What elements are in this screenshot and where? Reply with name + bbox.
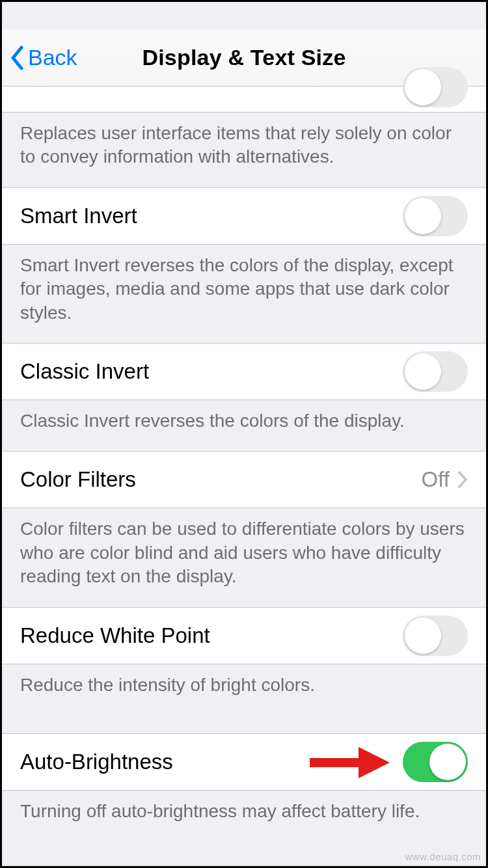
chevron-left-icon <box>10 46 24 70</box>
chevron-right-icon <box>457 470 468 489</box>
toggle-knob <box>405 353 441 390</box>
reduce-white-point-footer: Reduce the intensity of bright colors. <box>2 664 486 710</box>
page-title: Display & Text Size <box>142 45 346 70</box>
classic-invert-footer: Classic Invert reverses the colors of th… <box>2 400 486 451</box>
watermark: www.deuaq.com <box>405 851 481 862</box>
reduce-white-point-cell[interactable]: Reduce White Point <box>2 607 486 664</box>
differentiate-without-color-cell[interactable] <box>2 87 486 113</box>
auto-brightness-footer: Turning off auto-brightness may affect b… <box>2 791 486 841</box>
smart-invert-label: Smart Invert <box>20 204 403 228</box>
smart-invert-toggle[interactable] <box>403 196 468 236</box>
color-filters-value: Off <box>422 467 450 492</box>
classic-invert-toggle[interactable] <box>403 351 468 392</box>
color-filters-label: Color Filters <box>20 467 422 492</box>
smart-invert-footer: Smart Invert reverses the colors of the … <box>2 245 486 343</box>
color-filters-footer: Color filters can be used to differentia… <box>2 508 486 606</box>
reduce-white-point-label: Reduce White Point <box>20 623 403 648</box>
auto-brightness-label: Auto-Brightness <box>20 750 403 774</box>
section-gap <box>2 710 486 733</box>
back-label: Back <box>28 45 77 70</box>
color-filters-cell[interactable]: Color Filters Off <box>2 451 486 508</box>
classic-invert-label: Classic Invert <box>20 359 403 384</box>
auto-brightness-cell[interactable]: Auto-Brightness <box>2 733 486 791</box>
toggle-knob <box>405 69 441 105</box>
classic-invert-cell[interactable]: Classic Invert <box>2 343 486 400</box>
differentiate-toggle[interactable] <box>403 67 468 107</box>
differentiate-footer: Replaces user interface items that rely … <box>2 113 486 187</box>
toggle-knob <box>429 744 466 780</box>
toggle-knob <box>405 617 441 654</box>
toggle-knob <box>405 198 441 234</box>
reduce-white-point-toggle[interactable] <box>403 616 468 656</box>
smart-invert-cell[interactable]: Smart Invert <box>2 187 486 245</box>
back-button[interactable]: Back <box>10 29 77 86</box>
auto-brightness-toggle[interactable] <box>403 742 468 782</box>
